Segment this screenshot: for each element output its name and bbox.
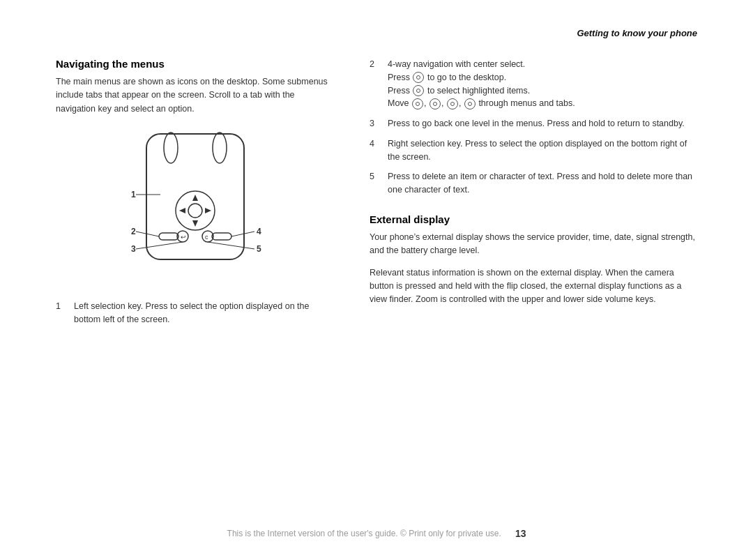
svg-line-19 bbox=[136, 242, 183, 249]
item2-number: 2 bbox=[370, 58, 379, 110]
svg-text:4: 4 bbox=[257, 227, 261, 236]
nav-items-list: 2 4-way navigation with center select. P… bbox=[370, 58, 697, 197]
left-column: Navigating the menus The main menus are … bbox=[56, 58, 335, 326]
nav-item-5: 5 Press to delete an item or character o… bbox=[370, 170, 697, 197]
select-icon bbox=[413, 85, 424, 96]
svg-text:1: 1 bbox=[131, 190, 136, 199]
svg-point-4 bbox=[188, 204, 202, 218]
svg-rect-10 bbox=[212, 233, 231, 240]
svg-marker-7 bbox=[179, 208, 185, 213]
svg-text:2: 2 bbox=[131, 227, 136, 236]
move-icon-1 bbox=[412, 98, 423, 109]
header-title: Getting to know your phone bbox=[577, 28, 697, 38]
svg-text:3: 3 bbox=[131, 244, 136, 254]
item5-text: Press to delete an item or character of … bbox=[388, 170, 697, 197]
left-item-1: 1 Left selection key. Press to select th… bbox=[56, 300, 335, 326]
item4-text: Right selection key. Press to select the… bbox=[388, 137, 697, 164]
item2-text: 4-way navigation with center select. Pre… bbox=[388, 58, 697, 110]
left-section-body: The main menus are shown as icons on the… bbox=[56, 75, 335, 116]
svg-point-2 bbox=[213, 133, 227, 163]
svg-text:c: c bbox=[205, 234, 208, 241]
external-display-section: External display Your phone’s external d… bbox=[370, 213, 697, 307]
external-display-title: External display bbox=[370, 213, 697, 225]
center-select-icon bbox=[413, 72, 424, 83]
footer-text: This is the Internet version of the user… bbox=[227, 529, 501, 538]
move-icon-2 bbox=[429, 98, 441, 109]
move-icon-3 bbox=[447, 98, 458, 109]
item4-number: 4 bbox=[370, 137, 379, 164]
svg-text:5: 5 bbox=[257, 244, 261, 254]
svg-line-23 bbox=[208, 242, 254, 249]
item1-number: 1 bbox=[56, 300, 66, 326]
item3-number: 3 bbox=[370, 117, 379, 130]
phone-illustration: ↩ c 1 2 3 4 bbox=[98, 127, 293, 287]
page-number: 13 bbox=[515, 528, 526, 539]
nav-item-3: 3 Press to go back one level in the menu… bbox=[370, 117, 697, 130]
svg-line-17 bbox=[136, 232, 159, 236]
item1-text: Left selection key. Press to select the … bbox=[74, 300, 335, 326]
content-columns: Navigating the menus The main menus are … bbox=[56, 58, 697, 326]
move-icon-4 bbox=[464, 98, 476, 109]
svg-line-21 bbox=[231, 232, 254, 236]
svg-text:↩: ↩ bbox=[181, 234, 186, 241]
page-header: Getting to know your phone bbox=[56, 28, 697, 38]
svg-point-1 bbox=[164, 133, 178, 163]
external-display-para2: Relevant status information is shown on … bbox=[370, 266, 697, 307]
item5-number: 5 bbox=[370, 170, 379, 197]
phone-diagram: ↩ c 1 2 3 4 bbox=[98, 127, 293, 287]
nav-item-4: 4 Right selection key. Press to select t… bbox=[370, 137, 697, 164]
page: Getting to know your phone Navigating th… bbox=[0, 0, 753, 560]
svg-rect-9 bbox=[159, 233, 178, 240]
svg-marker-6 bbox=[192, 220, 198, 227]
external-display-para1: Your phone’s external display shows the … bbox=[370, 231, 697, 258]
right-column: 2 4-way navigation with center select. P… bbox=[370, 58, 697, 326]
nav-item-2: 2 4-way navigation with center select. P… bbox=[370, 58, 697, 110]
svg-marker-8 bbox=[205, 208, 211, 213]
svg-marker-5 bbox=[192, 195, 198, 201]
left-section-title: Navigating the menus bbox=[56, 58, 335, 70]
page-footer: This is the Internet version of the user… bbox=[0, 528, 753, 539]
item3-text: Press to go back one level in the menus.… bbox=[388, 117, 697, 130]
